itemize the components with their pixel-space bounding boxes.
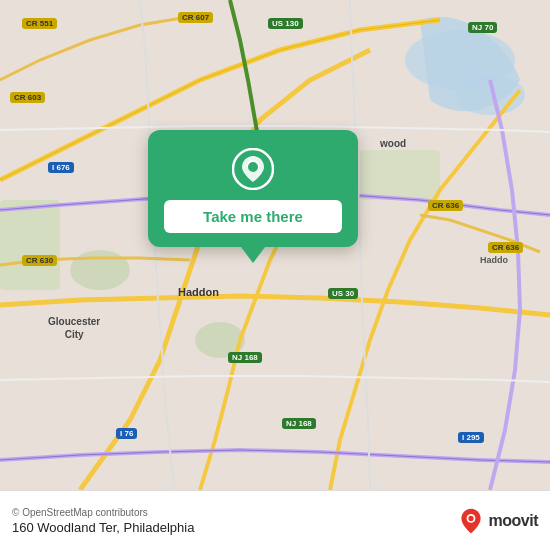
popup-card: Take me there bbox=[148, 130, 358, 247]
road-label-i76: I 76 bbox=[116, 428, 137, 439]
road-label-i676: I 676 bbox=[48, 162, 74, 173]
road-label-us30: US 30 bbox=[328, 288, 358, 299]
svg-rect-3 bbox=[0, 200, 60, 290]
bottom-bar: © OpenStreetMap contributors 160 Woodlan… bbox=[0, 490, 550, 550]
road-label-cr603: CR 603 bbox=[10, 92, 45, 103]
svg-point-9 bbox=[248, 162, 258, 172]
address-text: 160 Woodland Ter, Philadelphia bbox=[12, 520, 194, 535]
road-label-us130: US 130 bbox=[268, 18, 303, 29]
moovit-brand-text: moovit bbox=[489, 512, 538, 530]
location-pin-icon bbox=[232, 148, 274, 190]
map-container: CR 551 CR 607 US 130 NJ 70 CR 603 I 676 … bbox=[0, 0, 550, 490]
road-label-nj168-bot: NJ 168 bbox=[282, 418, 316, 429]
road-label-cr607: CR 607 bbox=[178, 12, 213, 23]
copyright-text: © OpenStreetMap contributors bbox=[12, 507, 194, 518]
moovit-logo: moovit bbox=[457, 507, 538, 535]
moovit-pin-icon bbox=[457, 507, 485, 535]
road-label-nj70: NJ 70 bbox=[468, 22, 497, 33]
road-label-i295: I 295 bbox=[458, 432, 484, 443]
svg-point-5 bbox=[70, 250, 130, 290]
take-me-there-button[interactable]: Take me there bbox=[164, 200, 342, 233]
svg-point-11 bbox=[468, 515, 473, 520]
svg-rect-4 bbox=[360, 150, 440, 200]
road-label-cr551: CR 551 bbox=[22, 18, 57, 29]
road-label-cr630: CR 630 bbox=[22, 255, 57, 266]
road-label-nj168-top: NJ 168 bbox=[228, 352, 262, 363]
road-label-cr636-right: CR 636 bbox=[488, 242, 523, 253]
road-label-cr636-top: CR 636 bbox=[428, 200, 463, 211]
